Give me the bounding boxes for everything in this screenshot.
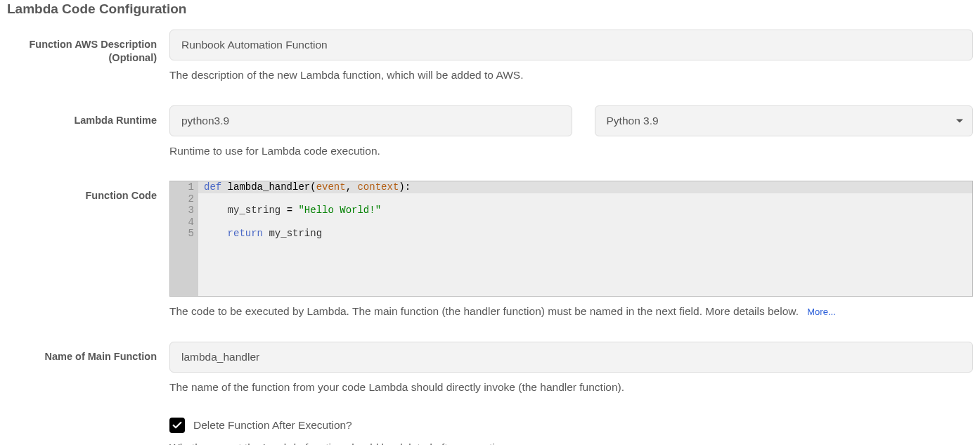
code-token: def — [204, 181, 228, 193]
code-token: ( — [310, 181, 316, 193]
row-runtime: Lambda Runtime Python 3.9 Runtime to use… — [7, 105, 973, 159]
help-runtime: Runtime to use for Lambda code execution… — [169, 143, 973, 159]
code-token: return — [228, 228, 263, 239]
code-token: my_string — [263, 228, 322, 239]
select-runtime[interactable]: Python 3.9 — [595, 105, 974, 136]
label-runtime: Lambda Runtime — [7, 105, 169, 127]
code-token: ): — [399, 181, 411, 193]
code-area[interactable]: def lambda_handler(event, context): my_s… — [198, 181, 972, 296]
section-title: Lambda Code Configuration — [7, 0, 973, 17]
gutter-line: 1 — [170, 181, 194, 193]
checkbox-delete-after[interactable] — [169, 418, 185, 433]
label-main-fn: Name of Main Function — [7, 342, 169, 363]
gutter-line: 4 — [170, 217, 194, 228]
code-token: context — [357, 181, 399, 193]
code-token: , — [346, 181, 358, 193]
help-main-fn: The name of the function from your code … — [169, 380, 973, 395]
label-code: Function Code — [7, 181, 169, 202]
code-editor[interactable]: 12345 def lambda_handler(event, context)… — [169, 181, 973, 297]
code-line[interactable] — [198, 193, 972, 205]
check-icon — [172, 420, 183, 431]
code-token — [204, 228, 228, 239]
help-code-text: The code to be executed by Lambda. The m… — [169, 305, 799, 317]
row-code: Function Code 12345 def lambda_handler(e… — [7, 181, 973, 319]
help-code: The code to be executed by Lambda. The m… — [169, 304, 973, 319]
code-line[interactable]: my_string = "Hello World!" — [198, 205, 972, 217]
code-token: my_string — [204, 205, 287, 216]
code-token: = — [287, 205, 292, 216]
row-main-fn: Name of Main Function The name of the fu… — [7, 342, 973, 395]
code-line[interactable] — [198, 217, 972, 228]
help-delete-after: Whether or not the Lambda function shoul… — [169, 440, 973, 445]
code-gutter: 12345 — [170, 181, 198, 296]
code-line[interactable]: return my_string — [198, 228, 972, 240]
gutter-line: 2 — [170, 193, 194, 205]
label-delete-after: Delete Function After Execution? — [193, 419, 352, 432]
gutter-line: 3 — [170, 205, 194, 217]
gutter-line: 5 — [170, 228, 194, 240]
input-description[interactable] — [169, 30, 973, 60]
code-token: "Hello World!" — [298, 205, 381, 216]
label-description: Function AWS Description (Optional) — [7, 30, 169, 65]
code-token: event — [316, 181, 346, 193]
code-line[interactable]: def lambda_handler(event, context): — [198, 181, 972, 193]
input-main-fn[interactable] — [169, 342, 973, 373]
row-delete-after: Delete Function After Execution? Whether… — [7, 418, 973, 445]
row-description: Function AWS Description (Optional) The … — [7, 30, 973, 83]
link-more[interactable]: More... — [807, 307, 835, 317]
label-delete-after-spacer — [7, 418, 169, 426]
code-token: lambda_handler — [228, 181, 311, 193]
help-description: The description of the new Lambda functi… — [169, 67, 973, 83]
input-runtime-text[interactable] — [169, 105, 572, 136]
